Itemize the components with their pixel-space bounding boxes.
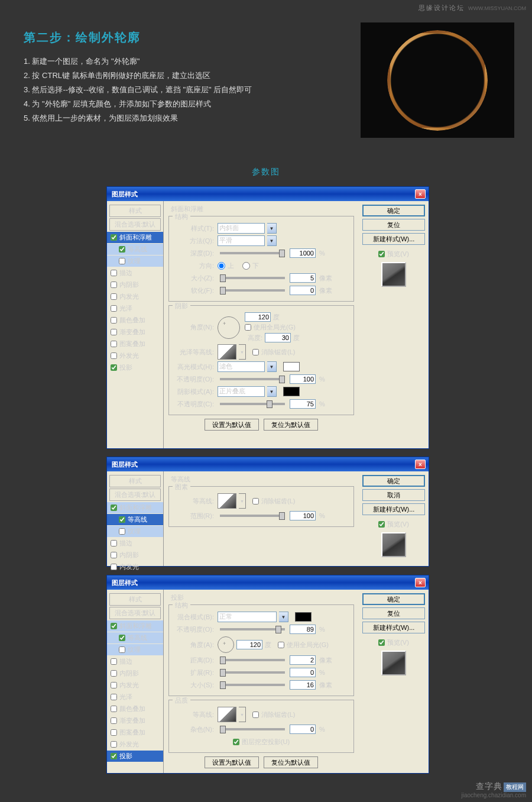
close-button[interactable]: × (415, 460, 426, 469)
sidebar-contour[interactable]: 等高线 (107, 514, 163, 525)
contour-picker[interactable] (218, 344, 236, 360)
sidebar-inner-shadow[interactable]: 内阴影 (107, 668, 163, 679)
sidebar-stroke[interactable]: 描边 (107, 538, 163, 549)
shadow-mode-select[interactable]: 正片叠底 (218, 386, 265, 397)
stroke-check[interactable] (111, 540, 117, 546)
spread-slider[interactable] (220, 671, 285, 674)
ok-button[interactable]: 确定 (362, 475, 425, 487)
inner-glow-check[interactable] (111, 293, 117, 300)
sidebar-bevel[interactable]: 斜面和浮雕 (107, 502, 163, 513)
sidebar-satin[interactable]: 光泽 (107, 691, 163, 703)
sidebar-blend-default[interactable]: 混合选项:默认 (109, 607, 161, 619)
highlight-color-swatch[interactable] (283, 362, 300, 371)
ok-button[interactable]: 确定 (362, 205, 425, 216)
inner-glow-check[interactable] (111, 682, 117, 688)
sidebar-blend-default[interactable]: 混合选项:默认 (109, 218, 161, 231)
size-input[interactable] (290, 680, 316, 690)
sidebar-styles-header[interactable]: 样式 (109, 475, 161, 487)
pattern-overlay-check[interactable] (111, 341, 117, 347)
texture-check[interactable] (119, 646, 125, 653)
sidebar-texture[interactable]: 纹理 (107, 526, 163, 537)
sidebar-inner-glow[interactable]: 内发光 (107, 561, 163, 573)
reset-button[interactable]: 复位 (362, 607, 425, 619)
range-slider[interactable] (220, 515, 285, 517)
angle-input[interactable] (245, 312, 271, 322)
sidebar-contour[interactable]: 等高线 (107, 632, 163, 643)
anti-alias-check[interactable] (252, 349, 259, 355)
range-input[interactable] (290, 511, 316, 520)
close-button[interactable]: × (415, 578, 426, 587)
sidebar-drop-shadow[interactable]: 投影 (107, 362, 163, 373)
dropdown-icon[interactable]: ▼ (267, 361, 277, 372)
reset-default-button[interactable]: 复位为默认值 (264, 419, 318, 431)
sidebar-drop-shadow[interactable]: 投影 (107, 751, 163, 762)
size-slider[interactable] (220, 684, 285, 686)
noise-slider[interactable] (220, 728, 285, 730)
satin-check[interactable] (111, 305, 117, 312)
sidebar-texture[interactable]: 纹理 (107, 644, 163, 655)
shadow-color-swatch[interactable] (295, 612, 312, 622)
bevel-check[interactable] (111, 505, 117, 511)
angle-dial[interactable] (218, 316, 240, 339)
sidebar-inner-glow[interactable]: 内发光 (107, 291, 163, 302)
contour-check[interactable] (119, 246, 125, 253)
direction-up-radio[interactable] (218, 262, 225, 270)
ok-button[interactable]: 确定 (362, 593, 425, 605)
anti-alias-check[interactable] (252, 712, 259, 718)
soften-slider[interactable] (220, 289, 285, 292)
anti-alias-check[interactable] (252, 498, 259, 505)
highlight-opacity-slider[interactable] (220, 378, 285, 380)
depth-slider[interactable] (220, 252, 285, 254)
knockout-check[interactable] (233, 739, 239, 745)
sidebar-texture[interactable]: 纹理 (107, 256, 163, 267)
contour-picker[interactable] (218, 707, 236, 722)
preview-check[interactable] (378, 521, 385, 528)
sidebar-pattern-overlay[interactable]: 图案叠加 (107, 338, 163, 350)
bevel-check[interactable] (111, 623, 117, 629)
set-default-button[interactable]: 设置为默认值 (205, 419, 259, 431)
sidebar-styles-header[interactable]: 样式 (109, 205, 161, 217)
contour-check[interactable] (119, 516, 125, 523)
bevel-check[interactable] (111, 234, 117, 241)
set-default-button[interactable]: 设置为默认值 (205, 756, 259, 768)
shadow-opacity-slider[interactable] (220, 403, 285, 405)
outer-glow-check[interactable] (111, 741, 117, 748)
global-light-check[interactable] (278, 642, 284, 648)
outer-glow-check[interactable] (111, 353, 117, 359)
drop-shadow-check[interactable] (111, 753, 117, 759)
direction-down-radio[interactable] (242, 262, 250, 270)
sidebar-outer-glow[interactable]: 外发光 (107, 350, 163, 361)
altitude-input[interactable] (265, 333, 291, 342)
inner-shadow-check[interactable] (111, 670, 117, 677)
sidebar-color-overlay[interactable]: 颜色叠加 (107, 703, 163, 714)
sidebar-stroke[interactable]: 描边 (107, 656, 163, 667)
sidebar-grad-overlay[interactable]: 渐变叠加 (107, 326, 163, 338)
dropdown-icon[interactable]: ▼ (239, 344, 246, 360)
close-button[interactable]: × (415, 189, 426, 199)
technique-select[interactable]: 平滑 (218, 235, 265, 246)
sidebar-inner-glow[interactable]: 内发光 (107, 680, 163, 691)
dropdown-icon[interactable]: ▼ (279, 612, 288, 622)
noise-input[interactable] (290, 725, 316, 734)
dropdown-icon[interactable]: ▼ (267, 223, 277, 234)
cancel-button[interactable]: 取消 (362, 489, 425, 501)
shadow-opacity-input[interactable] (290, 399, 316, 409)
spread-input[interactable] (290, 668, 316, 677)
sidebar-grad-overlay[interactable]: 渐变叠加 (107, 715, 163, 726)
opacity-input[interactable] (290, 625, 316, 634)
sidebar-outer-glow[interactable]: 外发光 (107, 739, 163, 750)
sidebar-stroke[interactable]: 描边 (107, 267, 163, 279)
style-select[interactable]: 内斜面 (218, 223, 265, 234)
pattern-overlay-check[interactable] (111, 729, 117, 736)
dropdown-icon[interactable]: ▼ (267, 386, 277, 397)
blend-mode-select[interactable]: 正常 (218, 612, 277, 622)
new-style-button[interactable]: 新建样式(W)... (362, 622, 425, 633)
reset-button[interactable]: 复位 (362, 219, 425, 231)
texture-check[interactable] (119, 528, 125, 535)
size-slider[interactable] (220, 277, 285, 279)
sidebar-styles-header[interactable]: 样式 (109, 593, 161, 606)
soften-input[interactable] (290, 286, 316, 295)
sidebar-contour[interactable]: 等高线 (107, 244, 163, 255)
drop-shadow-check[interactable] (111, 364, 117, 371)
preview-check[interactable] (378, 639, 385, 646)
